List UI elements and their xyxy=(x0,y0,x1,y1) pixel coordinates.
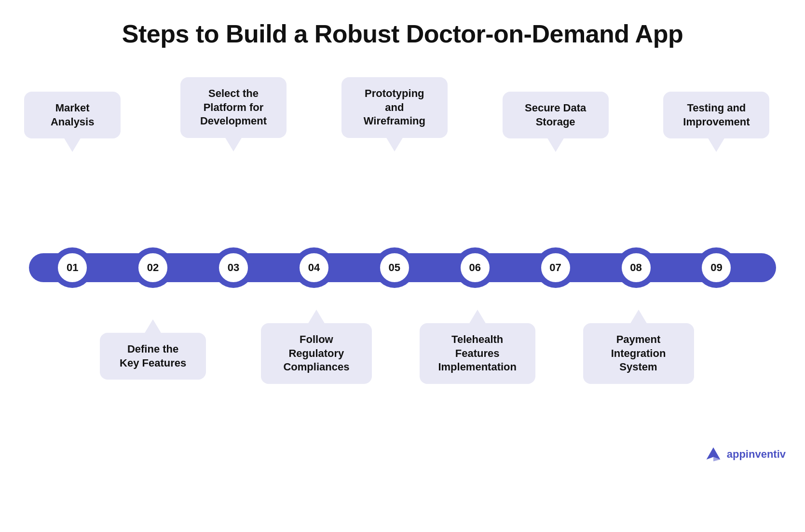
step-node-01: 01 xyxy=(52,247,93,288)
bubble-select-platform: Select thePlatform forDevelopment xyxy=(180,77,287,138)
bubble-secure-data: Secure DataStorage xyxy=(503,92,609,138)
bubble-telehealth: TelehealthFeaturesImplementation xyxy=(420,323,535,384)
step-node-05: 05 xyxy=(374,247,415,288)
step-node-07: 07 xyxy=(535,247,576,288)
step-inner-03: 03 xyxy=(218,252,249,284)
step-outer-02: 02 xyxy=(133,247,173,288)
step-outer-08: 08 xyxy=(616,247,656,288)
step-inner-02: 02 xyxy=(137,252,169,284)
step-node-02: 02 xyxy=(133,247,173,288)
step-outer-07: 07 xyxy=(535,247,576,288)
logo-area: appinventiv xyxy=(705,446,786,463)
step-outer-06: 06 xyxy=(455,247,495,288)
bubble-define-features: Define theKey Features xyxy=(100,333,206,380)
step-outer-09: 09 xyxy=(696,247,737,288)
step-outer-03: 03 xyxy=(213,247,254,288)
step-outer-04: 04 xyxy=(294,247,334,288)
bubble-regulatory: FollowRegulatoryCompliances xyxy=(261,323,372,384)
step-node-04: 04 xyxy=(294,247,334,288)
step-outer-05: 05 xyxy=(374,247,415,288)
bubble-prototyping: PrototypingandWireframing xyxy=(341,77,448,138)
bubble-market-analysis: MarketAnalysis xyxy=(24,92,121,138)
step-node-03: 03 xyxy=(213,247,254,288)
step-inner-08: 08 xyxy=(620,252,652,284)
diagram-container: MarketAnalysis Select thePlatform forDev… xyxy=(0,63,805,473)
bubble-payment: PaymentIntegrationSystem xyxy=(583,323,694,384)
step-inner-09: 09 xyxy=(700,252,732,284)
step-outer-01: 01 xyxy=(52,247,93,288)
page-title: Steps to Build a Robust Doctor-on-Demand… xyxy=(0,0,805,63)
step-node-09: 09 xyxy=(696,247,737,288)
step-node-08: 08 xyxy=(616,247,656,288)
step-inner-01: 01 xyxy=(56,252,88,284)
appinventiv-logo-icon xyxy=(705,446,722,463)
step-inner-06: 06 xyxy=(459,252,491,284)
step-inner-07: 07 xyxy=(540,252,572,284)
step-node-06: 06 xyxy=(455,247,495,288)
bubble-testing: Testing andImprovement xyxy=(663,92,769,138)
step-inner-05: 05 xyxy=(379,252,410,284)
step-inner-04: 04 xyxy=(298,252,330,284)
logo-text: appinventiv xyxy=(727,448,786,461)
